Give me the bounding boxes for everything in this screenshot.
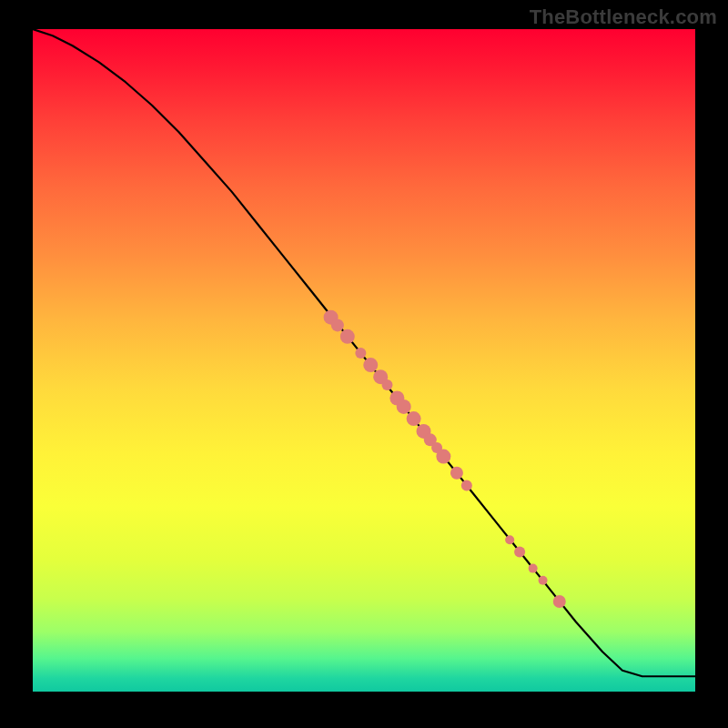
curve-line xyxy=(33,29,695,676)
data-marker xyxy=(450,467,463,480)
data-marker xyxy=(514,546,525,557)
data-marker xyxy=(324,310,339,325)
data-marker xyxy=(553,595,566,608)
watermark-text: TheBottleneck.com xyxy=(530,5,717,29)
data-marker xyxy=(539,576,548,585)
data-marker xyxy=(407,411,421,426)
data-marker xyxy=(340,329,355,344)
data-marker xyxy=(529,564,538,573)
plot-area xyxy=(33,29,695,692)
data-marker xyxy=(505,535,514,544)
data-marker xyxy=(363,358,378,372)
data-marker xyxy=(355,348,366,359)
data-marker xyxy=(397,399,411,414)
data-marker xyxy=(373,369,388,384)
chart-stage: TheBottleneck.com xyxy=(0,0,728,728)
data-marker xyxy=(417,424,431,439)
data-marker xyxy=(461,480,472,491)
data-marker xyxy=(381,379,392,390)
chart-svg xyxy=(33,29,695,692)
data-marker xyxy=(389,391,404,406)
data-marker xyxy=(436,450,450,464)
data-marker xyxy=(331,318,344,331)
data-marker xyxy=(424,433,437,446)
data-marker xyxy=(431,442,442,453)
